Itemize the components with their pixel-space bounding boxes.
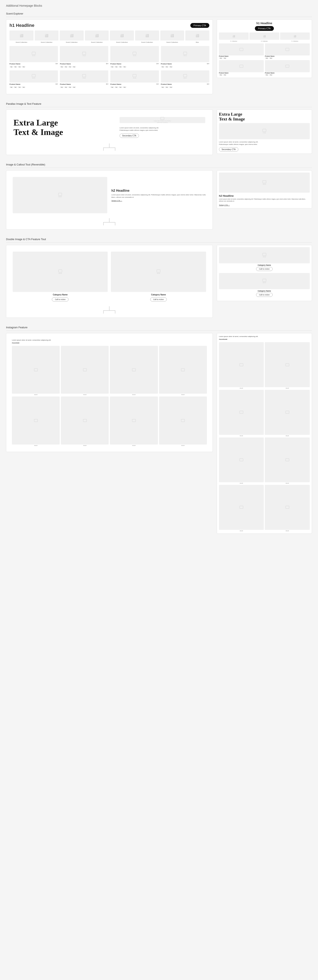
product-tags: tagtagtag [161, 86, 209, 88]
collection-thumb-icon: ⬜ [170, 34, 174, 37]
product-tags: tagtagtagtag [60, 86, 108, 88]
mobile-collection-thumb: ⬜ [250, 32, 279, 40]
double-cta-desktop-layout: 68x68 Category Name Call to Action 68 [10, 248, 209, 305]
img-label: Image [263, 132, 266, 134]
tag: tag [10, 66, 13, 68]
instagram-grid: 68x68 68x68 68x68 68x68 [12, 346, 207, 446]
section-image-callout: Image & Callout Tout (Reversible) 68x68 … [6, 163, 312, 230]
img-label: 68x68 [32, 55, 35, 56]
mobile-collection-label: S. Collection [261, 41, 268, 42]
insta-thumb-icon [181, 368, 185, 371]
tag: tag [72, 66, 76, 68]
collection-label: Scent Collection [141, 41, 153, 43]
tag: tag [265, 74, 269, 76]
cta-mobile-button-1[interactable]: Call to Action [256, 267, 273, 271]
mobile-product-tags: tagtag [219, 57, 264, 59]
callout-preview-row: 68x68 h2 Headline Lorem ipsum dolor sit … [6, 170, 312, 230]
mobile-product-card: Product Name tagtag [219, 43, 264, 59]
instagram-thumb-item: 68x68 [159, 346, 207, 395]
callout-mobile-cta-link[interactable]: Tertiary CTA → [219, 204, 230, 206]
tag: tag [122, 66, 126, 68]
mobile-product-name: Product Name [219, 56, 264, 57]
monitor-connector [10, 143, 209, 151]
img-label: 68x68 [83, 55, 86, 56]
callout-desktop-layout: 68x68 h2 Headline Lorem ipsum dolor sit … [10, 174, 209, 216]
img-rect [181, 368, 185, 371]
insta-thumb-label: 68x68 [110, 394, 158, 395]
img-label: 68x68 [263, 184, 266, 185]
insta-thumb [61, 396, 109, 444]
product-tags: tagtagtagtag [110, 66, 159, 68]
insta-thumb [61, 346, 109, 394]
cta-mobile-img-icon: 68x68 [262, 253, 266, 258]
tag: tag [14, 86, 17, 88]
cta-button-1[interactable]: Call to Action [52, 298, 68, 301]
monitor-leg-left [103, 223, 103, 225]
double-cta-mobile-card-2: 68x68 Category Name Call to Action [219, 273, 310, 297]
parallax-mobile-heading-line2: Text & Image [219, 116, 245, 121]
collection-label: Scent Collection [16, 41, 27, 43]
img-rect [262, 253, 266, 256]
tag: tag [64, 86, 68, 88]
callout-cta-link[interactable]: Tertiary CTA → [111, 200, 206, 202]
mobile-product-img [265, 43, 310, 56]
product-info: Product Name $## [60, 63, 108, 65]
insta-thumb-label: 68x68 [110, 445, 158, 446]
img-rect [83, 368, 87, 371]
img-rect [132, 419, 136, 422]
insta-thumb [12, 396, 60, 444]
mobile-product-img [219, 60, 264, 72]
scent-primary-cta[interactable]: Primary CTA [190, 23, 209, 28]
insta-mobile-thumb [219, 342, 264, 387]
img-rect [240, 65, 243, 68]
instagram-preview-row: Lorem ipsum dolor sit amet, consectetur … [6, 333, 312, 534]
callout-mobile-preview: 68x68 h2 Headline Lorem ipsum dolor sit … [217, 170, 312, 208]
insta-mobile-thumb-label: 68x68 [219, 483, 264, 484]
insta-mobile-thumb-label: 68x68 [219, 530, 264, 531]
insta-mobile-thumb-label: 68x68 [265, 530, 310, 531]
product-name: Product Name [161, 63, 172, 65]
parallax-mobile-cta[interactable]: Secondary CTA [219, 147, 238, 151]
insta-mobile-thumb-icon [240, 458, 243, 461]
product-info: Product Name $## [161, 63, 209, 65]
img-rect [240, 411, 243, 414]
parallax-caption-2: within this Container [157, 122, 168, 123]
callout-img-label: 68x68 [58, 196, 62, 197]
cta-mobile-button-2[interactable]: Call to Action [256, 293, 273, 297]
collection-thumb-icon: ⬜ [45, 34, 48, 37]
collection-item: ⬜ Scent Collection [60, 30, 84, 43]
monitor-leg-left [103, 311, 103, 313]
product-price: $## [106, 63, 108, 64]
insta-thumb-label: 68x68 [61, 445, 109, 446]
img-label: 68x68 [133, 78, 136, 79]
parallax-btn-wrap: Secondary CTA [119, 134, 205, 138]
cta-btn-wrap-2: Call to Action [111, 298, 206, 301]
insta-mobile-thumb [265, 390, 310, 435]
product-name: Product Name [60, 83, 71, 85]
collection-thumb-icon: ⬜ [70, 34, 73, 37]
section-title-callout: Image & Callout Tout (Reversible) [6, 163, 312, 168]
tag: tag [22, 86, 25, 88]
product-name: Product Name [10, 63, 21, 65]
insta-mobile-thumb-label: 68x68 [265, 435, 310, 436]
monitor-line [109, 218, 110, 222]
tag: tag [223, 74, 227, 76]
scent-mobile-cta[interactable]: Primary CTA [255, 26, 274, 31]
cta-label-2: Category Name [111, 294, 206, 296]
mobile-product-card: Product Name tagtag [219, 60, 264, 76]
parallax-secondary-cta[interactable]: Secondary CTA [119, 134, 139, 138]
insta-mobile-thumb-label: 68x68 [219, 388, 264, 389]
monitor-leg-right [115, 148, 115, 151]
img-label: 68x68 [133, 55, 136, 56]
cta-button-2[interactable]: Call to Action [150, 298, 167, 301]
collection-label: Scent Collection [91, 41, 103, 43]
tag: tag [119, 66, 122, 68]
cta-mobile-image-2: 68x68 [219, 273, 310, 289]
tag: tag [114, 86, 118, 88]
img-rect [34, 419, 38, 422]
instagram-thumb-item: 68x68 [12, 396, 60, 446]
collection-thumb: ⬜ [185, 30, 209, 41]
tag: tag [119, 86, 122, 88]
page-title: Additional Homepage Blocks [6, 4, 312, 7]
callout-mobile-heading: h2 Headline [219, 194, 310, 197]
